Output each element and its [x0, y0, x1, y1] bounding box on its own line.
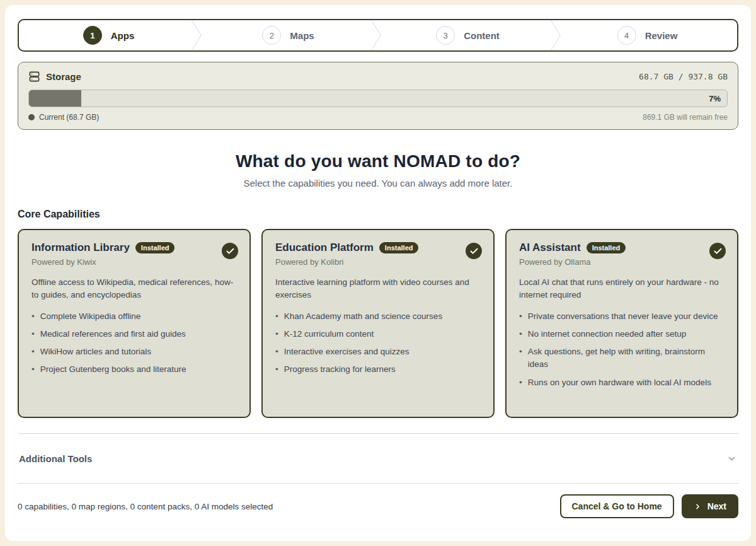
card-description: Local AI chat that runs entirely on your… [519, 276, 724, 302]
feature-item: •No internet connection needed after set… [519, 328, 724, 340]
feature-item: •Khan Academy math and science courses [275, 310, 481, 323]
check-circle-icon [222, 243, 238, 259]
card-description: Interactive learning platform with video… [275, 276, 481, 302]
core-capabilities-heading: Core Capabilities [18, 209, 738, 220]
chevron-down-icon [726, 453, 737, 464]
additional-tools-toggle[interactable]: Additional Tools [18, 434, 738, 483]
wizard-stepper: 1 Apps 2 Maps 3 Content 4 Review [18, 19, 738, 52]
legend-current-label: Current (68.7 GB) [39, 113, 99, 122]
additional-tools-label: Additional Tools [19, 453, 92, 464]
installed-badge: Installed [135, 242, 175, 253]
check-circle-icon [709, 243, 726, 259]
card-title: Information Library [32, 241, 130, 254]
step-review-label: Review [645, 30, 678, 41]
step-apps[interactable]: 1 Apps [19, 20, 198, 50]
card-powered-by: Powered by Ollama [519, 257, 724, 267]
chevron-right-icon [694, 502, 702, 511]
page-title: What do you want NOMAD to do? [18, 151, 738, 171]
storage-remaining-label: 869.1 GB will remain free [643, 113, 728, 122]
check-circle-icon [466, 243, 482, 259]
card-ai-assistant[interactable]: AI Assistant Installed Powered by Ollama… [505, 229, 738, 418]
feature-item: •Project Gutenberg books and literature [32, 363, 237, 376]
hard-drive-stack-icon [28, 71, 40, 83]
step-review[interactable]: 4 Review [558, 20, 737, 50]
feature-item: •Progress tracking for learners [275, 363, 481, 376]
page-subtitle: Select the capabilities you need. You ca… [18, 178, 738, 189]
step-content-number: 3 [436, 26, 455, 45]
step-content-label: Content [464, 30, 500, 41]
step-maps-number: 2 [262, 26, 281, 45]
next-button-label: Next [707, 501, 726, 511]
capability-cards: Information Library Installed Powered by… [18, 229, 738, 418]
card-powered-by: Powered by Kiwix [32, 257, 237, 267]
step-maps[interactable]: 2 Maps [198, 20, 378, 50]
card-description: Offline access to Wikipedia, medical ref… [32, 276, 237, 302]
card-title: Education Platform [275, 241, 374, 254]
card-education-platform[interactable]: Education Platform Installed Powered by … [261, 229, 495, 418]
feature-item: •Runs on your own hardware with local AI… [519, 376, 724, 389]
step-maps-label: Maps [290, 30, 314, 41]
feature-item: •WikiHow articles and tutorials [32, 346, 237, 358]
step-review-number: 4 [617, 26, 636, 45]
installed-badge: Installed [379, 242, 419, 253]
storage-progress-bar: 7% [28, 90, 728, 107]
storage-progress-fill [29, 90, 81, 107]
installed-badge: Installed [587, 242, 626, 253]
setup-wizard-panel: 1 Apps 2 Maps 3 Content 4 Review [5, 5, 751, 541]
cancel-button[interactable]: Cancel & Go to Home [560, 494, 674, 518]
selection-summary: 0 capabilities, 0 map regions, 0 content… [18, 502, 273, 511]
feature-item: •Medical references and first aid guides [32, 328, 237, 340]
feature-item: •Interactive exercises and quizzes [275, 346, 481, 358]
storage-percent-label: 7% [709, 94, 721, 103]
feature-item: •Ask questions, get help with writing, b… [519, 346, 724, 371]
card-information-library[interactable]: Information Library Installed Powered by… [18, 229, 251, 418]
step-apps-number: 1 [83, 26, 102, 45]
feature-item: •Private conversations that never leave … [519, 310, 724, 323]
storage-panel: Storage 68.7 GB / 937.8 GB 7% Current (6… [18, 62, 738, 130]
next-button[interactable]: Next [682, 494, 738, 518]
feature-item: •K-12 curriculum content [275, 328, 481, 340]
storage-title: Storage [46, 71, 81, 82]
card-title: AI Assistant [519, 241, 581, 254]
step-apps-label: Apps [111, 30, 135, 41]
step-content[interactable]: 3 Content [378, 20, 558, 50]
card-powered-by: Powered by Kolibri [275, 257, 481, 267]
legend-current-dot [28, 114, 35, 120]
feature-item: •Complete Wikipedia offline [32, 310, 237, 323]
storage-usage-text: 68.7 GB / 937.8 GB [639, 72, 728, 81]
